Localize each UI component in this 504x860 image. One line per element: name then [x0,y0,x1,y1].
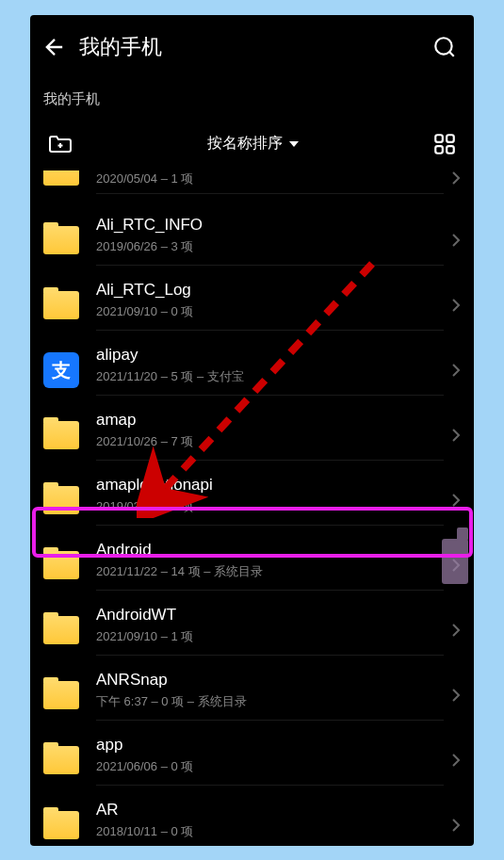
file-name: app [96,736,444,755]
folder-icon [43,616,79,644]
chevron-right-icon [451,688,461,703]
file-info: Ali_RTC_INFO2019/06/26 – 3 项 [96,216,444,266]
folder-row[interactable]: app2021/06/06 – 0 项 [30,728,474,793]
toolbar: 按名称排序 [30,125,474,163]
scrollbar-thumb[interactable] [442,539,468,584]
file-name: Android [96,541,444,560]
file-name: amap [96,411,444,430]
folder-row[interactable]: 2020/05/04 – 1 项 [30,170,474,208]
sort-label: 按名称排序 [207,134,283,154]
new-folder-icon[interactable] [47,132,73,156]
folder-icon [43,226,79,254]
file-name: Ali_RTC_INFO [96,216,444,235]
file-name: AR [96,801,444,819]
chevron-right-icon [451,753,461,768]
file-manager-screen: 我的手机 我的手机 按名称排序 2020/05/04 – 1 项Ali_RTC_… [30,15,474,846]
folder-icon [43,421,79,449]
folder-row[interactable]: amap2021/10/26 – 7 项 [30,403,474,468]
file-info: alipay2021/11/20 – 5 项 – 支付宝 [96,346,444,396]
chevron-right-icon [451,233,461,248]
folder-row[interactable]: Ali_RTC_Log2021/09/10 – 0 项 [30,273,474,338]
folder-row[interactable]: 支alipay2021/11/20 – 5 项 – 支付宝 [30,338,474,403]
search-icon[interactable] [432,35,457,59]
folder-icon [43,551,79,579]
chevron-right-icon [451,493,461,508]
file-name: amaplocationapi [96,476,444,495]
file-meta: 下午 6:37 – 0 项 – 系统目录 [96,693,444,710]
file-meta: 2021/09/10 – 1 项 [96,628,444,645]
folder-icon [43,291,79,319]
folder-icon [43,746,79,774]
svg-rect-2 [447,135,454,142]
chevron-right-icon [451,170,461,186]
chevron-right-icon [451,298,461,313]
page-title: 我的手机 [79,33,162,61]
alipay-icon: 支 [43,352,79,388]
file-meta: 2021/11/20 – 5 项 – 支付宝 [96,368,444,385]
file-info: Android2021/11/22 – 14 项 – 系统目录 [96,541,444,591]
file-meta: 2021/11/22 – 14 项 – 系统目录 [96,563,444,580]
chevron-right-icon [451,818,461,833]
folder-icon [43,681,79,709]
sort-button[interactable]: 按名称排序 [207,134,299,154]
folder-row[interactable]: Ali_RTC_INFO2019/06/26 – 3 项 [30,208,474,273]
file-info: app2021/06/06 – 0 项 [96,736,444,786]
folder-icon [43,811,79,839]
file-meta: 2020/05/04 – 1 项 [96,170,444,187]
file-name: ANRSnap [96,671,444,690]
svg-rect-3 [435,146,443,154]
folder-icon [43,486,79,514]
file-info: Ali_RTC_Log2021/09/10 – 0 项 [96,281,444,331]
svg-point-0 [435,38,451,54]
chevron-down-icon [289,141,299,147]
file-meta: 2021/09/10 – 0 项 [96,303,444,320]
file-meta: 2021/06/06 – 0 项 [96,758,444,775]
chevron-right-icon [451,623,461,638]
folder-row[interactable]: ANRSnap下午 6:37 – 0 项 – 系统目录 [30,663,474,728]
grid-view-icon[interactable] [432,132,457,156]
file-meta: 2019/03/30 – 1 项 [96,498,444,515]
file-info: 2020/05/04 – 1 项 [96,170,444,194]
file-name: AndroidWT [96,606,444,625]
file-info: amaplocationapi2019/03/30 – 1 项 [96,476,444,526]
back-icon[interactable] [41,34,68,60]
file-name: Ali_RTC_Log [96,281,444,300]
file-meta: 2018/10/11 – 0 项 [96,823,444,840]
folder-row[interactable]: AR2018/10/11 – 0 项 [30,793,474,846]
file-name: alipay [96,346,444,365]
file-info: amap2021/10/26 – 7 项 [96,411,444,461]
svg-rect-1 [435,135,443,142]
file-list[interactable]: 2020/05/04 – 1 项Ali_RTC_INFO2019/06/26 –… [30,170,474,846]
breadcrumb[interactable]: 我的手机 [30,79,474,125]
file-info: ANRSnap下午 6:37 – 0 项 – 系统目录 [96,671,444,721]
app-header: 我的手机 [30,15,474,79]
folder-row[interactable]: AndroidWT2021/09/10 – 1 项 [30,598,474,663]
chevron-right-icon [451,363,461,378]
svg-rect-4 [447,146,454,154]
chevron-right-icon [451,428,461,443]
file-meta: 2019/06/26 – 3 项 [96,238,444,255]
folder-row[interactable]: Android2021/11/22 – 14 项 – 系统目录 [30,533,474,598]
file-info: AR2018/10/11 – 0 项 [96,801,444,846]
file-info: AndroidWT2021/09/10 – 1 项 [96,606,444,656]
file-meta: 2021/10/26 – 7 项 [96,433,444,450]
folder-icon [43,170,79,186]
folder-row[interactable]: amaplocationapi2019/03/30 – 1 项 [30,468,474,533]
